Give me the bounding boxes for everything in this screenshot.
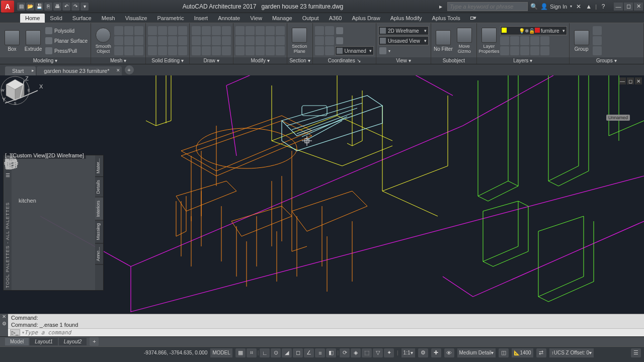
coord-icon[interactable] <box>325 26 334 35</box>
osnap-icon[interactable]: ◻ <box>293 348 303 357</box>
status-ucs-offset[interactable]: ↕ UCS Z Offset: 0 ▾ <box>549 348 594 357</box>
palette-tab[interactable]: Massing <box>95 220 103 244</box>
palette-item[interactable] <box>73 208 91 224</box>
palette-item[interactable] <box>46 177 64 194</box>
layer-icon[interactable] <box>540 36 549 45</box>
mod-icon[interactable] <box>256 46 265 55</box>
draw-icon[interactable] <box>202 26 211 35</box>
polysolid-button[interactable]: Polysolid <box>44 26 89 35</box>
layer-icon[interactable] <box>500 36 509 45</box>
extrude-button[interactable]: Extrude <box>23 24 43 57</box>
mod-icon[interactable] <box>266 46 275 55</box>
ribbon-tab-home[interactable]: Home <box>20 14 45 23</box>
mod-icon[interactable] <box>235 46 245 55</box>
palette-item[interactable] <box>46 158 64 174</box>
perf-icon[interactable]: 👁 <box>444 348 454 357</box>
se-icon[interactable] <box>178 26 187 35</box>
draw-icon[interactable] <box>202 36 211 45</box>
group-icon[interactable] <box>593 46 602 55</box>
status-elevation[interactable]: 📐 1400 <box>512 348 533 357</box>
mod-icon[interactable] <box>256 26 265 35</box>
ribbon-tab-insert[interactable]: Insert <box>189 14 213 23</box>
se-icon[interactable] <box>158 36 167 45</box>
mod-icon[interactable] <box>276 36 285 45</box>
keyword-search-input[interactable] <box>447 2 528 11</box>
sign-in-button[interactable]: 👤Sign In▾ <box>541 3 572 10</box>
layer-icon[interactable] <box>530 46 539 55</box>
smooth-object-button[interactable]: Smooth Object <box>93 24 113 57</box>
draw-icon[interactable] <box>192 36 201 45</box>
otrack-icon[interactable]: ∠ <box>304 348 314 357</box>
ribbon-tab-parametric[interactable]: Parametric <box>152 14 189 23</box>
add-tab-button[interactable]: + <box>125 65 134 74</box>
se-icon[interactable] <box>158 26 167 35</box>
nofilter-button[interactable]: No Filter <box>433 24 453 57</box>
move-gizmo-button[interactable]: Move Gizmo <box>454 24 474 57</box>
panel-label-section[interactable]: Section ▾ <box>287 57 312 64</box>
ribbon-tab-manage[interactable]: Manage <box>267 14 297 23</box>
draw-icon[interactable] <box>222 36 231 45</box>
palette-tab[interactable]: Details <box>95 177 103 198</box>
3dosnap-icon[interactable]: ◈ <box>351 348 361 357</box>
draw-icon[interactable] <box>222 26 231 35</box>
mod-icon[interactable] <box>256 36 265 45</box>
ribbon-tab-annotate[interactable]: Annotate <box>213 14 245 23</box>
customize-icon[interactable]: ☰ <box>631 348 641 357</box>
cut-icon[interactable]: ◫ <box>499 348 509 357</box>
layer-icon[interactable] <box>530 36 539 45</box>
palette-item[interactable] <box>19 158 37 174</box>
viewport-label[interactable]: [–][Custom View][2D Wireframe] <box>3 152 86 159</box>
panel-label-coordinates[interactable]: Coordinates ↘ <box>313 57 376 64</box>
minimize-button[interactable]: — <box>614 3 623 11</box>
palette-item[interactable] <box>73 227 91 243</box>
ribbon-tab-aplusdraw[interactable]: Aplus Draw <box>347 14 385 23</box>
replace-icon[interactable]: ⇄ <box>536 348 546 357</box>
planar-surface-button[interactable]: Planar Surface <box>44 36 89 45</box>
palette-item[interactable] <box>19 177 37 194</box>
panel-label-mesh[interactable]: Mesh ▾ <box>91 57 145 64</box>
mod-icon[interactable] <box>276 26 285 35</box>
se-icon[interactable] <box>168 26 177 35</box>
app-logo[interactable]: A <box>1 1 14 13</box>
se-icon[interactable] <box>158 46 167 55</box>
mesh-tool-icon[interactable] <box>134 36 143 45</box>
mod-icon[interactable] <box>246 26 255 35</box>
mod-icon[interactable] <box>266 26 275 35</box>
iso-icon[interactable]: ◢ <box>282 348 292 357</box>
add-layout-button[interactable]: + <box>90 337 99 346</box>
autodesk-icon[interactable]: ▲ <box>585 3 592 10</box>
panel-label-modify[interactable]: Modify ▾ <box>233 57 287 64</box>
layout-tab-layout2[interactable]: Layout2 <box>59 338 87 345</box>
ribbon-tab-solid[interactable]: Solid <box>45 14 67 23</box>
draw-icon[interactable] <box>212 26 221 35</box>
layer-properties-button[interactable]: Layer Properties <box>479 24 499 57</box>
palette-item[interactable] <box>73 177 91 194</box>
ribbon-tab-surface[interactable]: Surface <box>67 14 97 23</box>
coord-icon[interactable] <box>315 36 324 45</box>
visual-style-combo[interactable]: 2D Wireframe <box>378 26 429 35</box>
drawing-area[interactable]: [–][Custom View][2D Wireframe] — ◻ ✕ <box>0 75 644 314</box>
layer-icon[interactable] <box>510 46 519 55</box>
palette-item[interactable] <box>73 158 91 174</box>
presspull-button[interactable]: Press/Pull <box>44 46 89 55</box>
ortho-icon[interactable]: ∟ <box>260 348 270 357</box>
maximize-button[interactable]: ◻ <box>624 3 633 11</box>
status-detail[interactable]: Medium Detail ▾ <box>457 348 496 357</box>
palette-tab[interactable]: Mater... <box>95 155 103 177</box>
ribbon-tab-overflow[interactable]: ◘▾ <box>465 13 482 23</box>
section-plane-button[interactable]: Section Plane <box>289 24 309 57</box>
palette-item[interactable] <box>46 227 64 243</box>
layer-icon[interactable] <box>520 46 529 55</box>
mod-icon[interactable] <box>276 46 285 55</box>
draw-icon[interactable] <box>192 26 201 35</box>
redo-icon[interactable]: ↷ <box>71 3 79 11</box>
panel-label-layers[interactable]: Layers ▾ <box>477 57 569 64</box>
ribbon-tab-view[interactable]: View <box>245 14 267 23</box>
ribbon-tab-a360[interactable]: A360 <box>324 14 347 23</box>
mod-icon[interactable] <box>235 26 245 35</box>
layout-tab-model[interactable]: Model <box>5 338 29 345</box>
palette-tab[interactable]: Interiors <box>95 198 103 221</box>
se-icon[interactable] <box>178 36 187 45</box>
se-icon[interactable] <box>148 46 157 55</box>
dynucs-icon[interactable]: ⬚ <box>362 348 372 357</box>
